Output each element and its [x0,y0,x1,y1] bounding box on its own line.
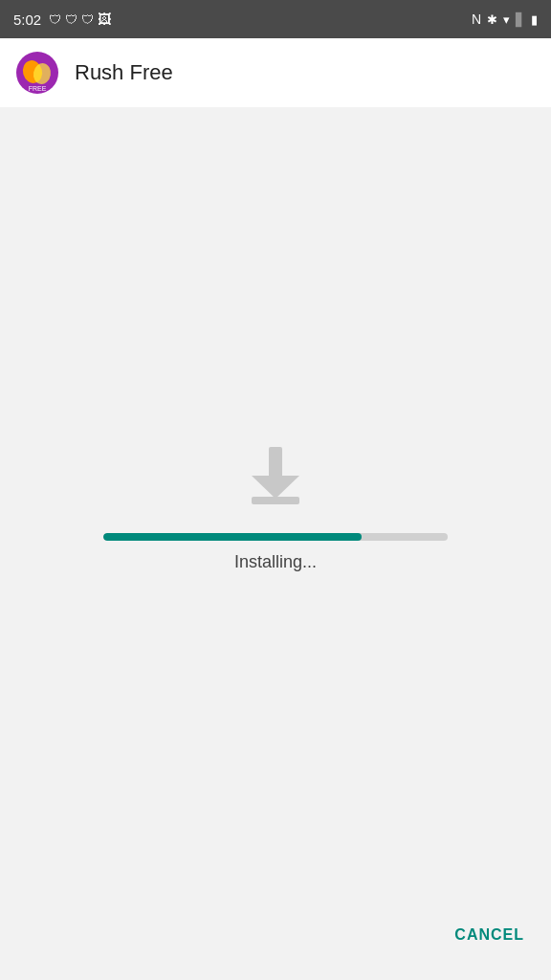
nfc-icon: N [472,11,481,27]
svg-text:FREE: FREE [29,85,47,92]
status-time: 5:02 [13,11,41,28]
status-bar-left: 5:02 🛡 🛡 🛡 🖼 [13,11,111,28]
svg-marker-5 [252,476,299,499]
progress-bar-fill [103,533,362,541]
signal-icon: ▋ [516,12,525,27]
status-bar-right: N ✱ ▾ ▋ ▮ [472,11,538,27]
status-icons-left: 🛡 🛡 🛡 🖼 [49,11,111,27]
image-icon: 🖼 [98,11,111,27]
shield-icon-3: 🛡 [81,12,94,27]
progress-label: Installing... [234,552,317,572]
app-title: Rush Free [75,60,173,85]
bottom-actions: CANCEL [451,919,528,951]
svg-rect-6 [252,497,299,504]
progress-container: Installing... [103,533,448,572]
download-arrow-icon [242,439,309,506]
status-bar: 5:02 🛡 🛡 🛡 🖼 N ✱ ▾ ▋ ▮ [0,0,551,38]
shield-icon-1: 🛡 [49,12,61,27]
shield-icon-2: 🛡 [65,12,77,27]
progress-bar-wrapper [103,533,448,541]
cancel-button[interactable]: CANCEL [451,919,528,951]
bluetooth-icon: ✱ [487,12,497,27]
battery-icon: ▮ [531,12,538,27]
wifi-icon: ▾ [503,12,510,27]
download-icon-container [242,439,309,506]
app-bar: FREE Rush Free [0,38,551,107]
main-content: Installing... CANCEL [0,107,551,980]
app-logo: FREE [15,51,59,95]
